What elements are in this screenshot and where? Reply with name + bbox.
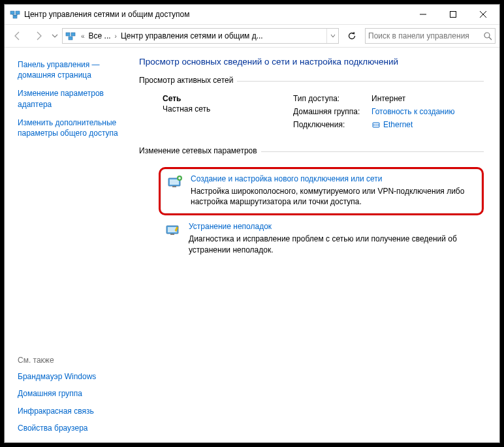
access-type-label: Тип доступа: — [293, 94, 371, 103]
new-connection-icon — [166, 174, 184, 190]
task-title: Устранение неполадок — [189, 222, 476, 231]
search-placeholder: Поиск в панели управления — [368, 31, 469, 40]
breadcrumb-crumb[interactable]: Центр управления сетями и общим д... — [119, 31, 264, 40]
breadcrumb-sep: « — [78, 33, 87, 40]
close-button[interactable] — [468, 5, 498, 23]
see-also-firewall[interactable]: Брандмауэр Windows — [18, 371, 129, 382]
change-settings-heading: Изменение сетевых параметров — [139, 146, 257, 155]
see-also-infrared[interactable]: Инфракрасная связь — [18, 406, 129, 416]
search-input[interactable]: Поиск в панели управления — [365, 28, 496, 44]
connections-label: Подключения: — [293, 120, 371, 129]
network-center-icon — [65, 31, 76, 41]
search-icon — [483, 31, 492, 40]
homegroup-link[interactable]: Готовность к созданию — [371, 107, 454, 116]
svg-rect-26 — [170, 234, 174, 235]
svg-rect-20 — [172, 186, 176, 187]
active-networks-heading: Просмотр активных сетей — [139, 76, 233, 85]
titlebar: Центр управления сетями и общим доступом — [5, 5, 499, 24]
breadcrumb-sep: › — [112, 33, 119, 40]
history-dropdown[interactable] — [50, 33, 59, 39]
sidebar-link-sharing[interactable]: Изменить дополнительные параметры общего… — [18, 117, 129, 138]
sidebar-link-home[interactable]: Панель управления — домашняя страница — [18, 59, 129, 80]
task-description: Диагностика и исправление проблем с сеть… — [189, 234, 476, 254]
see-also-browser[interactable]: Свойства браузера — [18, 423, 129, 433]
task-new-connection[interactable]: Создание и настройка нового подключения … — [159, 167, 484, 215]
network-name: Сеть — [163, 94, 293, 103]
breadcrumb-dropdown[interactable] — [326, 29, 338, 43]
access-type-value: Интернет — [371, 94, 405, 103]
svg-rect-11 — [69, 37, 72, 40]
ethernet-icon — [371, 120, 381, 129]
breadcrumb[interactable]: « Все ... › Центр управления сетями и об… — [62, 28, 339, 44]
main-pane: Просмотр основных сведений о сети и наст… — [139, 48, 499, 442]
active-network: Сеть Частная сеть Тип доступа: Интернет … — [139, 89, 484, 140]
see-also-heading: См. также — [18, 356, 134, 365]
divider — [237, 81, 484, 82]
task-title: Создание и настройка нового подключения … — [191, 174, 474, 183]
minimize-button[interactable] — [408, 5, 438, 23]
task-description: Настройка широкополосного, коммутируемог… — [191, 186, 474, 207]
connection-name: Ethernet — [383, 120, 413, 129]
navbar: « Все ... › Центр управления сетями и об… — [5, 24, 499, 48]
connection-link[interactable]: Ethernet — [371, 120, 413, 129]
maximize-button[interactable] — [438, 5, 468, 23]
forward-button[interactable] — [29, 27, 48, 45]
svg-rect-9 — [66, 33, 70, 36]
breadcrumb-crumb[interactable]: Все ... — [87, 31, 112, 40]
refresh-button[interactable] — [344, 28, 360, 44]
see-also-homegroup[interactable]: Домашняя группа — [18, 388, 129, 399]
homegroup-label: Домашняя группа: — [293, 107, 371, 116]
sidebar: Панель управления — домашняя страница Из… — [5, 48, 139, 442]
svg-rect-1 — [16, 11, 20, 14]
svg-point-12 — [484, 33, 490, 38]
svg-rect-6 — [450, 12, 456, 18]
svg-rect-19 — [170, 179, 179, 185]
divider — [261, 151, 484, 152]
page-title: Просмотр основных сведений о сети и наст… — [139, 57, 484, 67]
svg-rect-10 — [71, 33, 75, 36]
task-troubleshoot[interactable]: Устранение неполадок Диагностика и испра… — [159, 217, 484, 261]
network-center-icon — [10, 9, 20, 20]
network-type: Частная сеть — [163, 104, 293, 114]
sidebar-link-adapter[interactable]: Изменение параметров адаптера — [18, 88, 129, 109]
troubleshoot-icon — [164, 222, 182, 238]
window: Центр управления сетями и общим доступом… — [4, 4, 500, 443]
svg-line-13 — [489, 37, 492, 40]
window-title: Центр управления сетями и общим доступом — [24, 10, 408, 19]
svg-rect-0 — [10, 11, 14, 14]
back-button[interactable] — [8, 27, 27, 45]
